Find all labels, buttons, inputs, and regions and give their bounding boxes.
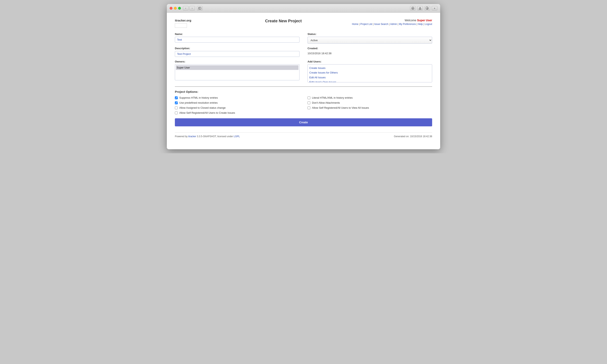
share-button[interactable] <box>417 6 423 11</box>
create-button[interactable]: Create <box>175 118 432 126</box>
created-label: Created: <box>307 47 432 50</box>
sidebar-toggle-button[interactable] <box>197 6 203 11</box>
no-attachments-label: Don't Allow Attachments <box>312 101 340 104</box>
add-users-label: Add Users: <box>307 60 432 63</box>
minimize-button[interactable] <box>174 7 177 10</box>
name-group: Name: <box>175 33 300 44</box>
page-footer: Powered by itracker 3.3.5-SNAPSHOT, lice… <box>175 132 432 138</box>
itracker-link[interactable]: itracker <box>188 135 196 138</box>
svg-rect-0 <box>198 7 201 9</box>
page-title-area: Create New Project <box>215 19 352 23</box>
nav-project-list[interactable]: Project List <box>360 23 372 26</box>
allow-closed-checkbox[interactable] <box>175 106 178 109</box>
nav-logout[interactable]: Logout <box>425 23 432 26</box>
allow-self-view-label: Allow Self Registered/All Users to View … <box>312 106 369 109</box>
created-group: Created: 10/15/2016 18:42:38 <box>307 47 432 57</box>
close-button[interactable] <box>170 7 172 10</box>
nav-help[interactable]: Help <box>418 23 423 26</box>
allow-closed-label: Allow Assigned to Closed status change <box>179 106 226 109</box>
allow-self-create-label: Allow Self Registered/All Users to Creat… <box>179 111 235 114</box>
status-label: Status: <box>307 33 432 36</box>
welcome-text: Welcome Super User <box>352 19 432 22</box>
description-input[interactable] <box>175 51 300 57</box>
add-users-group: Add Users: Create Issues Create Issues f… <box>307 60 432 82</box>
owners-label: Owners: <box>175 60 300 63</box>
svg-rect-7 <box>426 7 428 9</box>
nav-links: Home | Project List | Issue Search | Adm… <box>352 23 432 26</box>
nav-buttons: ‹ › <box>183 6 195 11</box>
browser-window: ‹ › <box>167 4 440 149</box>
allow-self-view-checkbox[interactable] <box>307 106 310 109</box>
permission-edit-all-issues[interactable]: Edit All Issues <box>309 75 430 80</box>
project-options-title: Project Options: <box>175 90 432 93</box>
allow-self-create-checkbox[interactable] <box>175 112 178 114</box>
checkbox-allow-self-create: Allow Self Registered/All Users to Creat… <box>175 111 300 114</box>
permission-edit-users-own[interactable]: Edit User's Own Issues <box>309 80 430 82</box>
nav-admin[interactable]: Admin <box>390 23 397 26</box>
footer-left: Powered by itracker 3.3.5-SNAPSHOT, lice… <box>175 135 240 138</box>
suppress-html-label: Suppress HTML in history entries <box>179 96 218 99</box>
checkbox-allow-closed: Allow Assigned to Closed status change <box>175 106 300 109</box>
name-input[interactable] <box>175 37 300 43</box>
maximize-button[interactable] <box>178 7 181 10</box>
checkbox-predefined-res: Use predefined resolution entries <box>175 101 300 104</box>
page-content: itracker.org Create New Project Welcome … <box>167 13 440 149</box>
checkbox-literal-html: Literal HTML/XML in history entries <box>307 96 432 99</box>
description-group: Description: <box>175 47 300 57</box>
nav-issue-search[interactable]: Issue Search <box>374 23 388 26</box>
description-label: Description: <box>175 47 300 50</box>
toolbar-right: + <box>410 6 437 11</box>
page-title: Create New Project <box>215 19 352 23</box>
created-value: 10/15/2016 18:42:38 <box>307 51 432 55</box>
literal-html-checkbox[interactable] <box>307 96 310 99</box>
back-button[interactable]: ‹ <box>183 6 188 11</box>
logo-text: itracker.org <box>175 19 215 22</box>
status-group: Status: Active Inactive <box>307 33 432 44</box>
footer-right: Generated on: 10/15/2016 18:42:38 <box>394 135 432 138</box>
no-attachments-checkbox[interactable] <box>307 102 310 104</box>
checkbox-allow-self-view: Allow Self Registered/All Users to View … <box>307 106 432 109</box>
add-tab-button[interactable]: + <box>432 6 437 11</box>
nav-links-area: Welcome Super User Home | Project List |… <box>352 19 432 26</box>
logo-area: itracker.org <box>175 19 215 28</box>
forward-button[interactable]: › <box>189 6 195 11</box>
owners-group: Owners: Super User <box>175 60 300 82</box>
copy-button[interactable] <box>424 6 430 11</box>
nav-my-preferences[interactable]: My Preferences <box>399 23 416 26</box>
checkbox-no-attachments: Don't Allow Attachments <box>307 101 432 104</box>
nav-home[interactable]: Home <box>352 23 358 26</box>
status-select[interactable]: Active Inactive <box>307 37 432 44</box>
form-grid: Name: Status: Active Inactive Descriptio… <box>175 33 432 82</box>
checkboxes-grid: Suppress HTML in history entries Literal… <box>175 96 432 114</box>
add-users-box: Create Issues Create Issues for Others E… <box>307 64 432 82</box>
page-header: itracker.org Create New Project Welcome … <box>175 19 432 28</box>
project-options-section: Project Options: Suppress HTML in histor… <box>175 86 432 114</box>
lgpl-link[interactable]: LGPL <box>234 135 240 138</box>
traffic-lights <box>170 7 181 10</box>
super-user-label: Super User <box>417 19 432 22</box>
browser-toolbar: ‹ › <box>167 4 440 13</box>
predefined-res-label: Use predefined resolution entries <box>179 101 218 104</box>
name-label: Name: <box>175 33 300 36</box>
permission-create-issues-others[interactable]: Create Issues for Others <box>309 70 430 75</box>
svg-rect-5 <box>419 9 421 9</box>
download-button[interactable] <box>410 6 416 11</box>
logo-input[interactable] <box>175 23 187 28</box>
suppress-html-checkbox[interactable] <box>175 96 178 99</box>
literal-html-label: Literal HTML/XML in history entries <box>312 96 353 99</box>
owners-select[interactable]: Super User <box>175 64 300 80</box>
checkbox-suppress-html: Suppress HTML in history entries <box>175 96 300 99</box>
permission-create-issues[interactable]: Create Issues <box>309 66 430 70</box>
predefined-res-checkbox[interactable] <box>175 102 178 104</box>
